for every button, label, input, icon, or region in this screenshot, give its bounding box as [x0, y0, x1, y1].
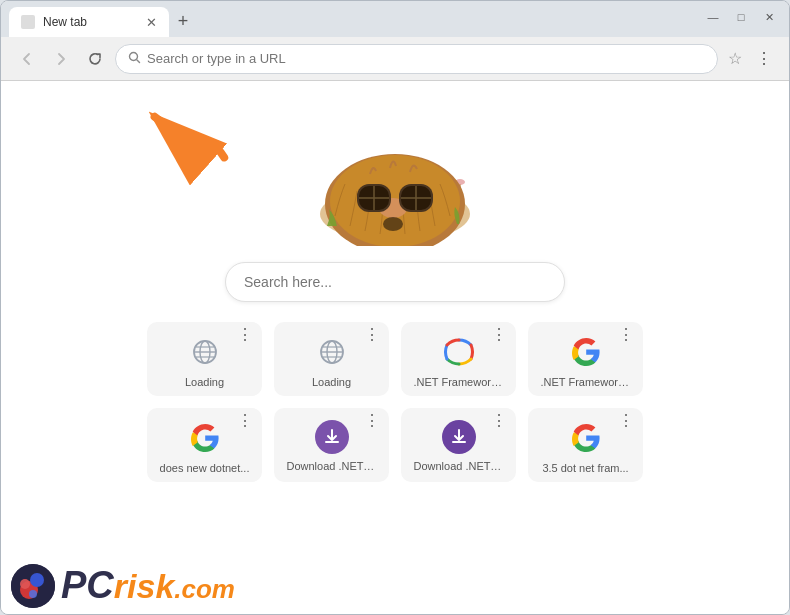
- dial-menu-8[interactable]: ⋮: [618, 416, 635, 426]
- speed-dial-grid: ⋮ Loading ⋮ Loading ⋮: [147, 322, 643, 482]
- dial-item-2[interactable]: ⋮ Loading: [274, 322, 389, 396]
- reload-button[interactable]: [81, 45, 109, 73]
- dial-icon-3: [441, 334, 477, 370]
- dial-icon-4: [568, 334, 604, 370]
- dial-item-1[interactable]: ⋮ Loading: [147, 322, 262, 396]
- svg-point-0: [130, 52, 138, 60]
- address-bar[interactable]: [115, 44, 718, 74]
- dial-icon-7: [442, 420, 476, 454]
- dial-menu-3[interactable]: ⋮: [491, 330, 508, 340]
- svg-point-36: [20, 579, 30, 589]
- dial-item-8[interactable]: ⋮ 3.5 dot net fram...: [528, 408, 643, 482]
- dial-label-4: .NET Framework ...: [541, 376, 631, 388]
- close-button[interactable]: ✕: [757, 5, 781, 29]
- new-tab-button[interactable]: +: [169, 7, 197, 35]
- url-input[interactable]: [147, 51, 705, 66]
- dial-menu-6[interactable]: ⋮: [364, 416, 381, 426]
- dial-label-1: Loading: [160, 376, 250, 388]
- dial-label-5: does new dotnet...: [160, 462, 250, 474]
- minimize-button[interactable]: —: [701, 5, 725, 29]
- dial-menu-7[interactable]: ⋮: [491, 416, 508, 426]
- forward-button[interactable]: [47, 45, 75, 73]
- dial-menu-2[interactable]: ⋮: [364, 330, 381, 340]
- browser-menu-button[interactable]: ⋮: [752, 45, 777, 72]
- pcrisk-brand-text: PC risk .com: [61, 566, 235, 606]
- dial-label-3: .NET Framework ...: [414, 376, 504, 388]
- title-bar: New tab ✕ + — □ ✕: [1, 1, 789, 37]
- search-icon: [128, 51, 141, 67]
- svg-point-35: [30, 573, 44, 587]
- browser-tab[interactable]: New tab ✕: [9, 7, 169, 37]
- dial-item-5[interactable]: ⋮ does new dotnet...: [147, 408, 262, 482]
- browser-window: New tab ✕ + — □ ✕ ☆ ⋮: [0, 0, 790, 615]
- dial-menu-4[interactable]: ⋮: [618, 330, 635, 340]
- dial-label-2: Loading: [287, 376, 377, 388]
- dial-icon-2: [314, 334, 350, 370]
- tab-close-button[interactable]: ✕: [146, 16, 157, 29]
- content-area: ⋮ Loading ⋮ Loading ⋮: [1, 81, 789, 614]
- page-search-input[interactable]: [225, 262, 565, 302]
- dial-icon-1: [187, 334, 223, 370]
- com-text: .com: [174, 574, 235, 605]
- toolbar: ☆ ⋮: [1, 37, 789, 81]
- dial-item-7[interactable]: ⋮ Download .NET F...: [401, 408, 516, 482]
- pc-text: PC: [61, 566, 114, 604]
- dial-item-6[interactable]: ⋮ Download .NET F...: [274, 408, 389, 482]
- svg-point-22: [383, 217, 403, 231]
- dial-menu-1[interactable]: ⋮: [237, 330, 254, 340]
- pcrisk-logo: [11, 564, 55, 608]
- risk-text: risk: [114, 567, 175, 606]
- svg-point-37: [29, 590, 37, 598]
- dial-label-7: Download .NET F...: [414, 460, 504, 472]
- dial-item-3[interactable]: ⋮ .NET Framework ...: [401, 322, 516, 396]
- dial-icon-5: [187, 420, 223, 456]
- tab-favicon: [21, 15, 35, 29]
- dial-icon-6: [315, 420, 349, 454]
- dial-label-6: Download .NET F...: [287, 460, 377, 472]
- bookmark-button[interactable]: ☆: [724, 45, 746, 72]
- arrow-indicator: [141, 81, 251, 199]
- tab-label: New tab: [43, 15, 87, 29]
- dial-menu-5[interactable]: ⋮: [237, 416, 254, 426]
- dial-item-4[interactable]: ⋮ .NET Framework ...: [528, 322, 643, 396]
- dial-icon-8: [568, 420, 604, 456]
- window-controls: — □ ✕: [701, 5, 781, 29]
- creature-illustration: [285, 96, 505, 246]
- watermark: PC risk .com: [1, 558, 245, 614]
- back-button[interactable]: [13, 45, 41, 73]
- maximize-button[interactable]: □: [729, 5, 753, 29]
- dial-label-8: 3.5 dot net fram...: [541, 462, 631, 474]
- search-box-container: [225, 262, 565, 302]
